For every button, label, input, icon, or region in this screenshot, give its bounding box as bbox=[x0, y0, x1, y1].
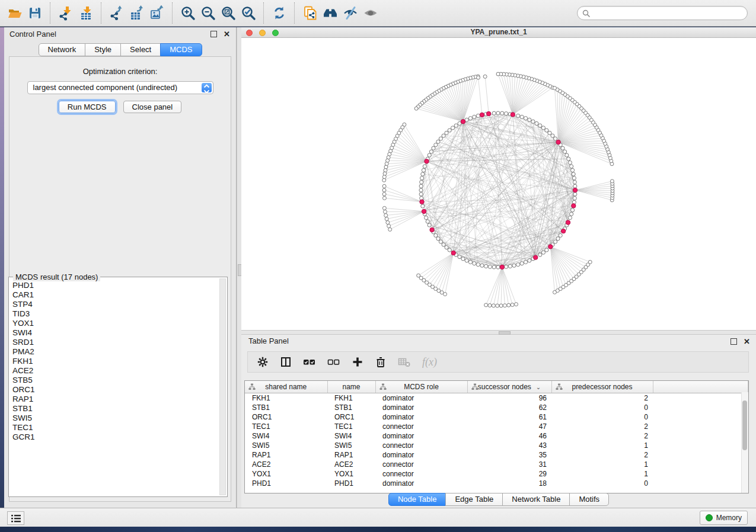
mcds-result-item[interactable]: SWI5 bbox=[12, 414, 227, 423]
network-window-titlebar[interactable]: YPA_prune.txt_1 bbox=[241, 27, 756, 38]
mcds-result-item[interactable]: CAR1 bbox=[12, 290, 227, 300]
mcds-result-item[interactable]: STP4 bbox=[12, 300, 227, 309]
save-icon bbox=[27, 5, 43, 21]
table-row[interactable]: ORC1ORC1dominator610 bbox=[245, 412, 748, 422]
scrollbar-thumb[interactable] bbox=[742, 400, 747, 450]
tab-mcds[interactable]: MCDS bbox=[160, 43, 202, 56]
table-row[interactable]: FKH1FKH1dominator962 bbox=[245, 393, 748, 403]
table-scrollbar[interactable] bbox=[741, 392, 748, 493]
tab-node-table[interactable]: Node Table bbox=[388, 493, 446, 506]
table-row[interactable]: TEC1TEC1connector472 bbox=[245, 422, 748, 431]
show-all-button[interactable] bbox=[361, 2, 381, 24]
mcds-result-item[interactable]: ACE2 bbox=[12, 366, 227, 376]
zoom-fit-button[interactable] bbox=[218, 2, 238, 24]
vertical-splitter[interactable] bbox=[237, 27, 241, 508]
close-window-icon[interactable] bbox=[246, 30, 253, 36]
import-table-button[interactable] bbox=[76, 2, 96, 24]
mcds-result-item[interactable]: RAP1 bbox=[12, 395, 227, 404]
mcds-result-item[interactable]: PHD1 bbox=[12, 281, 227, 290]
export-table-button[interactable] bbox=[127, 2, 147, 24]
import-network-button[interactable] bbox=[56, 2, 76, 24]
float-panel-icon[interactable] bbox=[210, 31, 217, 37]
table-row[interactable]: RAP1RAP1dominator352 bbox=[245, 450, 748, 460]
column-header-shared-name[interactable]: shared name bbox=[245, 381, 327, 393]
mcds-result-item[interactable]: SWI4 bbox=[12, 328, 227, 338]
control-panel: Control Panel ✕ Network Style Select MCD… bbox=[4, 27, 237, 508]
save-session-button[interactable] bbox=[25, 2, 45, 24]
import-table-icon bbox=[78, 5, 94, 21]
search-box[interactable] bbox=[577, 6, 748, 20]
close-panel-icon[interactable]: ✕ bbox=[224, 31, 230, 37]
table-row[interactable]: STB1STB1dominator620 bbox=[245, 403, 748, 412]
settings-gear-icon[interactable] bbox=[257, 356, 269, 368]
export-image-button[interactable] bbox=[147, 2, 167, 24]
tab-style[interactable]: Style bbox=[85, 43, 121, 56]
mcds-result-item[interactable]: FKH1 bbox=[12, 357, 227, 366]
mcds-result-item[interactable]: TEC1 bbox=[12, 423, 227, 432]
import-network-icon bbox=[58, 5, 74, 21]
table-row[interactable]: SWI5SWI5connector431 bbox=[245, 441, 748, 450]
delete-table-icon bbox=[398, 356, 411, 368]
column-header-name[interactable]: name bbox=[327, 381, 375, 393]
column-header-predecessor-nodes[interactable]: predecessor nodes bbox=[551, 381, 653, 393]
delete-row-icon[interactable] bbox=[375, 356, 387, 368]
zoom-out-button[interactable] bbox=[198, 2, 218, 24]
open-file-button[interactable] bbox=[5, 2, 25, 24]
select-all-icon[interactable] bbox=[303, 356, 316, 368]
clone-network-icon bbox=[302, 5, 318, 21]
node-table-body: FKH1FKH1dominator962STB1STB1dominator620… bbox=[245, 393, 748, 489]
maximize-window-icon[interactable] bbox=[272, 30, 279, 36]
mcds-result-item[interactable]: GCR1 bbox=[12, 432, 227, 442]
network-view-window: YPA_prune.txt_1 bbox=[241, 27, 756, 330]
zoom-out-icon bbox=[200, 5, 216, 21]
table-row[interactable]: ACE2ACE2connector311 bbox=[245, 460, 748, 469]
close-panel-button[interactable]: Close panel bbox=[123, 101, 182, 113]
zoom-selected-button[interactable] bbox=[238, 2, 259, 24]
table-row[interactable]: YOX1YOX1connector291 bbox=[245, 469, 748, 479]
unselect-all-icon[interactable] bbox=[327, 356, 340, 368]
run-mcds-button[interactable]: Run MCDS bbox=[59, 101, 116, 113]
create-column-icon[interactable] bbox=[280, 356, 292, 368]
table-row[interactable]: PHD1PHD1dominator180 bbox=[245, 479, 748, 488]
tab-network[interactable]: Network bbox=[38, 43, 85, 56]
zoom-selected-icon bbox=[241, 5, 256, 21]
tab-select[interactable]: Select bbox=[120, 43, 161, 56]
column-header-successor-nodes[interactable]: successor nodes⌄ bbox=[467, 381, 551, 393]
mcds-result-item[interactable]: ORC1 bbox=[12, 385, 227, 395]
find-neighbors-button[interactable] bbox=[320, 2, 340, 24]
horizontal-splitter[interactable] bbox=[241, 330, 756, 335]
minimize-window-icon[interactable] bbox=[259, 30, 266, 36]
clone-network-button[interactable] bbox=[300, 2, 320, 24]
tab-motifs[interactable]: Motifs bbox=[569, 493, 609, 506]
table-header-row: shared name name MCDS role successor nod… bbox=[245, 381, 748, 393]
table-row[interactable]: SWI4SWI4dominator462 bbox=[245, 431, 748, 441]
mcds-result-item[interactable]: YOX1 bbox=[12, 319, 227, 328]
criterion-select[interactable]: largest connected component (undirected) bbox=[27, 81, 213, 94]
mcds-result-item[interactable]: PMA2 bbox=[12, 347, 227, 357]
network-canvas[interactable] bbox=[241, 38, 756, 330]
search-input[interactable] bbox=[593, 8, 747, 18]
memory-label: Memory bbox=[716, 514, 742, 522]
tab-edge-table[interactable]: Edge Table bbox=[445, 493, 503, 506]
refresh-layout-button[interactable] bbox=[269, 2, 289, 24]
zoom-in-button[interactable] bbox=[178, 2, 198, 24]
mcds-result-item[interactable]: STB1 bbox=[12, 404, 227, 414]
mcds-result-item[interactable]: SRD1 bbox=[12, 338, 227, 347]
status-bar: Memory bbox=[0, 508, 756, 527]
network-svg bbox=[241, 38, 756, 330]
table-toolbar: f(x) bbox=[247, 351, 749, 373]
show-panels-button[interactable] bbox=[7, 511, 24, 525]
mcds-list-scrollbar[interactable] bbox=[219, 278, 226, 495]
export-network-button[interactable] bbox=[107, 2, 127, 24]
close-panel-icon[interactable]: ✕ bbox=[744, 339, 750, 345]
tab-network-table[interactable]: Network Table bbox=[502, 493, 570, 506]
mcds-result-item[interactable]: TID3 bbox=[12, 309, 227, 319]
float-panel-icon[interactable] bbox=[731, 338, 737, 345]
column-header-mcds-role[interactable]: MCDS role bbox=[375, 381, 467, 393]
memory-button[interactable]: Memory bbox=[700, 511, 748, 525]
hide-selected-button[interactable] bbox=[340, 2, 361, 24]
mcds-result-item[interactable]: STB5 bbox=[12, 376, 227, 385]
add-row-icon[interactable] bbox=[352, 356, 363, 368]
toolbar-separator bbox=[172, 2, 173, 24]
memory-status-icon bbox=[706, 514, 713, 521]
